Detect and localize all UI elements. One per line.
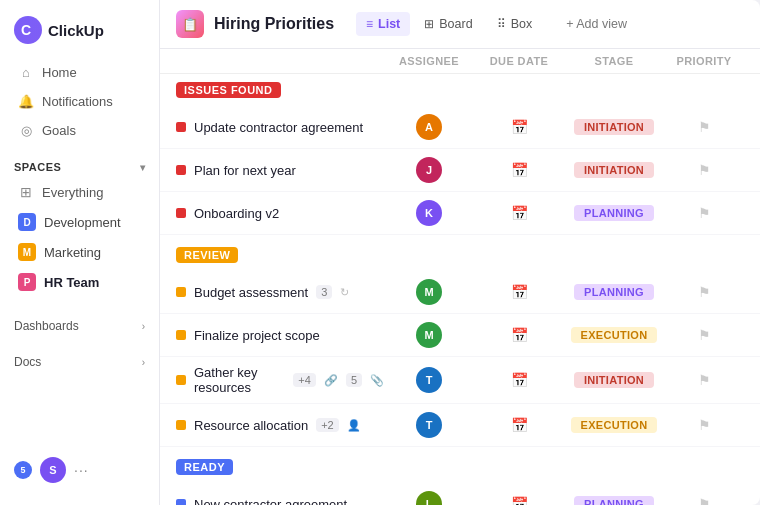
- table-header: ASSIGNEE DUE DATE STAGE PRIORITY: [160, 49, 760, 74]
- add-view-button[interactable]: + Add view: [556, 12, 637, 36]
- stage-badge: INITIATION: [574, 119, 654, 135]
- table-row[interactable]: Resource allocation +2 👤 T 📅 EXECUTION ⚑: [160, 404, 760, 447]
- list-icon: ≡: [366, 17, 373, 31]
- sidebar-item-marketing[interactable]: M Marketing: [4, 237, 155, 267]
- calendar-icon: 📅: [511, 372, 528, 388]
- assignee-avatar: L: [416, 491, 442, 505]
- task-name: Budget assessment 3 ↻: [176, 285, 384, 300]
- assignee-avatar: T: [416, 412, 442, 438]
- tab-list[interactable]: ≡ List: [356, 12, 410, 36]
- task-label: Finalize project scope: [194, 328, 320, 343]
- stage-cell: PLANNING: [564, 284, 664, 300]
- task-label: Resource allocation: [194, 418, 308, 433]
- due-date-cell: 📅: [474, 496, 564, 505]
- th-assignee: ASSIGNEE: [384, 55, 474, 67]
- assignee-avatar: M: [416, 322, 442, 348]
- priority-cell: ⚑: [664, 205, 744, 221]
- stage-cell: EXECUTION: [564, 417, 664, 433]
- due-date-cell: 📅: [474, 284, 564, 300]
- assignee-avatar: M: [416, 279, 442, 305]
- priority-flag-icon: ⚑: [698, 372, 711, 388]
- paperclip-icon: 📎: [370, 374, 384, 387]
- due-date-cell: 📅: [474, 205, 564, 221]
- sidebar-item-goals[interactable]: ◎ Goals: [4, 116, 155, 145]
- stage-cell: INITIATION: [564, 119, 664, 135]
- person-icon: 👤: [347, 419, 361, 432]
- group-ready-badge: READY: [176, 459, 233, 475]
- sidebar-item-notifications-label: Notifications: [42, 94, 113, 109]
- assignee-cell: K: [384, 200, 474, 226]
- group-issues-badge: ISSUES FOUND: [176, 82, 281, 98]
- assignee-cell: T: [384, 412, 474, 438]
- priority-cell: ⚑: [664, 284, 744, 300]
- table-row[interactable]: Finalize project scope M 📅 EXECUTION ⚑: [160, 314, 760, 357]
- sidebar-item-marketing-label: Marketing: [44, 245, 101, 260]
- table-row[interactable]: Plan for next year J 📅 INITIATION ⚑: [160, 149, 760, 192]
- assignee-avatar: K: [416, 200, 442, 226]
- group-issues-header: ISSUES FOUND: [160, 74, 760, 106]
- table-row[interactable]: Gather key resources +4 🔗 5 📎 T 📅 INITIA…: [160, 357, 760, 404]
- table-row[interactable]: Update contractor agreement A 📅 INITIATI…: [160, 106, 760, 149]
- sidebar-item-dashboards[interactable]: Dashboards ›: [0, 311, 159, 341]
- calendar-icon: 📅: [511, 284, 528, 300]
- sidebar-item-development[interactable]: D Development: [4, 207, 155, 237]
- task-dot-icon: [176, 420, 186, 430]
- project-title: Hiring Priorities: [214, 15, 334, 33]
- calendar-icon: 📅: [511, 205, 528, 221]
- table-row[interactable]: Onboarding v2 K 📅 PLANNING ⚑: [160, 192, 760, 235]
- due-date-cell: 📅: [474, 327, 564, 343]
- task-name: New contractor agreement: [176, 497, 384, 506]
- group-review-header: REVIEW: [160, 239, 760, 271]
- due-date-cell: 📅: [474, 162, 564, 178]
- user-number: 5: [20, 465, 25, 475]
- task-dot-icon: [176, 165, 186, 175]
- due-date-cell: 📅: [474, 417, 564, 433]
- assignee-avatar: A: [416, 114, 442, 140]
- task-name: Onboarding v2: [176, 206, 384, 221]
- user-badge: 5: [14, 461, 32, 479]
- task-label: Update contractor agreement: [194, 120, 363, 135]
- assignee-avatar: T: [416, 367, 442, 393]
- assignee-cell: M: [384, 322, 474, 348]
- th-name: [176, 55, 384, 67]
- development-dot: D: [18, 213, 36, 231]
- stage-badge: PLANNING: [574, 496, 654, 505]
- more-options-icon[interactable]: ···: [74, 462, 89, 478]
- due-date-cell: 📅: [474, 119, 564, 135]
- calendar-icon: 📅: [511, 119, 528, 135]
- dashboards-chevron-icon: ›: [142, 321, 145, 332]
- group-review-badge: REVIEW: [176, 247, 238, 263]
- table-row[interactable]: Budget assessment 3 ↻ M 📅 PLANNING ⚑: [160, 271, 760, 314]
- task-count-badge: 3: [316, 285, 332, 299]
- sidebar-item-hr-team[interactable]: P HR Team: [4, 267, 155, 297]
- task-dot-icon: [176, 330, 186, 340]
- sidebar-item-docs[interactable]: Docs ›: [0, 347, 159, 377]
- group-issues: ISSUES FOUND Update contractor agreement…: [160, 74, 760, 235]
- spaces-chevron-icon: ▾: [140, 162, 146, 173]
- sidebar-item-notifications[interactable]: 🔔 Notifications: [4, 87, 155, 116]
- tab-box[interactable]: ⠿ Box: [487, 12, 543, 36]
- tab-board[interactable]: ⊞ Board: [414, 12, 482, 36]
- table-row[interactable]: New contractor agreement L 📅 PLANNING ⚑: [160, 483, 760, 505]
- stage-badge: EXECUTION: [571, 327, 658, 343]
- goals-icon: ◎: [18, 123, 34, 138]
- stage-badge: PLANNING: [574, 205, 654, 221]
- priority-flag-icon: ⚑: [698, 327, 711, 343]
- sidebar-item-everything[interactable]: ⊞ Everything: [4, 177, 155, 207]
- tab-board-label: Board: [439, 17, 472, 31]
- th-priority: PRIORITY: [664, 55, 744, 67]
- task-label: Budget assessment: [194, 285, 308, 300]
- user-avatar[interactable]: S: [40, 457, 66, 483]
- home-icon: ⌂: [18, 65, 34, 80]
- task-label: Plan for next year: [194, 163, 296, 178]
- priority-cell: ⚑: [664, 372, 744, 388]
- stage-cell: EXECUTION: [564, 327, 664, 343]
- group-review: REVIEW Budget assessment 3 ↻ M 📅 PLANNIN…: [160, 239, 760, 447]
- sidebar-item-home[interactable]: ⌂ Home: [4, 58, 155, 87]
- link-icon: 🔗: [324, 374, 338, 387]
- marketing-dot: M: [18, 243, 36, 261]
- topbar: 📋 Hiring Priorities ≡ List ⊞ Board ⠿ Box…: [160, 0, 760, 49]
- assignee-avatar: J: [416, 157, 442, 183]
- task-label: New contractor agreement: [194, 497, 347, 506]
- cycle-icon: ↻: [340, 286, 349, 299]
